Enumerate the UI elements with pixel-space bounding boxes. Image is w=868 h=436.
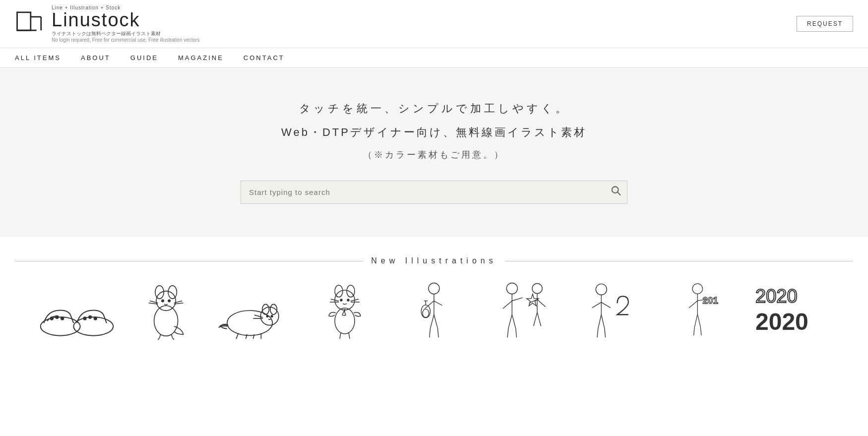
svg-point-74 (596, 284, 607, 295)
svg-line-79 (601, 314, 604, 328)
svg-rect-0 (17, 12, 31, 30)
svg-line-76 (592, 302, 601, 308)
svg-text:2020: 2020 (755, 286, 798, 307)
svg-point-37 (335, 290, 355, 310)
illustration-person-2020: 201 (681, 280, 723, 340)
svg-point-41 (347, 299, 349, 301)
svg-point-38 (335, 285, 343, 297)
svg-point-16 (155, 286, 164, 299)
search-bar-wrap (241, 181, 627, 204)
illustration-item-person-2020[interactable]: 201 (662, 280, 742, 340)
hero-section: タッチを統一、シンプルで加工しやすく。 Web・DTPデザイナー向け、無料線画イ… (0, 68, 868, 237)
logo-icon (15, 11, 45, 36)
illustration-rat (216, 295, 295, 340)
svg-point-40 (340, 299, 342, 301)
svg-line-80 (597, 328, 598, 337)
search-input[interactable] (241, 181, 627, 204)
section-divider: New Illustrations (15, 256, 853, 265)
nav-about[interactable]: ABOUT (81, 54, 111, 62)
svg-text:2020: 2020 (755, 309, 808, 335)
logo-area[interactable]: Line + Illustration + Stock Linustock ライ… (15, 5, 199, 43)
illustration-2020-bold: 2020 2020 (751, 280, 831, 340)
illustration-item-mouse-standing[interactable] (126, 280, 206, 340)
svg-line-89 (700, 327, 701, 335)
divider-line-left (15, 261, 363, 261)
main-nav: ALL ITEMS ABOUT GUIDE MAGAZINE CONTACT (0, 48, 868, 68)
svg-point-82 (692, 284, 703, 294)
svg-line-67 (515, 328, 516, 337)
illustration-person-guitar (416, 280, 452, 340)
svg-line-66 (507, 328, 508, 337)
svg-line-70 (537, 300, 546, 307)
illustration-slippers (37, 287, 117, 340)
new-illustrations-section: New Illustrations (0, 256, 868, 360)
nav-all-items[interactable]: ALL ITEMS (15, 54, 61, 62)
svg-point-10 (73, 317, 113, 336)
svg-line-87 (697, 314, 700, 327)
svg-point-6 (41, 317, 80, 336)
logo-text: Line + Illustration + Stock Linustock ライ… (52, 5, 199, 43)
illustration-item-mouse-hips[interactable] (305, 280, 384, 340)
svg-line-54 (430, 328, 431, 337)
site-header: Line + Illustration + Stock Linustock ライ… (0, 0, 868, 48)
svg-line-72 (533, 312, 537, 326)
svg-line-43 (349, 332, 350, 339)
svg-line-63 (512, 298, 522, 301)
hero-text-1: タッチを統一、シンプルで加工しやすく。 (299, 101, 569, 116)
divider-line-right (505, 261, 853, 261)
illustration-item-2020-bold[interactable]: 2020 2020 (751, 280, 831, 340)
svg-point-28 (266, 315, 268, 316)
svg-point-19 (168, 300, 170, 302)
request-button[interactable]: REQUEST (797, 16, 853, 32)
illustration-item-people-star[interactable] (484, 280, 563, 340)
svg-line-86 (694, 314, 697, 327)
svg-point-13 (94, 317, 97, 320)
svg-point-57 (423, 309, 429, 317)
svg-point-12 (89, 316, 91, 318)
svg-point-29 (271, 315, 272, 316)
svg-line-84 (689, 301, 697, 308)
nav-magazine[interactable]: MAGAZINE (178, 54, 224, 62)
svg-point-11 (83, 317, 86, 320)
svg-line-42 (340, 332, 341, 339)
svg-point-68 (532, 283, 542, 293)
svg-point-7 (51, 317, 53, 320)
illustration-item-slippers[interactable] (37, 280, 117, 340)
svg-point-4 (612, 187, 619, 193)
nav-guide[interactable]: GUIDE (130, 54, 158, 62)
nav-contact[interactable]: CONTACT (244, 54, 285, 62)
svg-line-30 (254, 315, 263, 317)
illustration-item-rat[interactable] (216, 280, 295, 340)
illustration-mouse-standing (144, 280, 187, 340)
illustration-people-star (496, 280, 551, 340)
hero-text-2: Web・DTPデザイナー向け、無料線画イラスト素材 (281, 125, 587, 140)
svg-point-9 (61, 317, 63, 320)
svg-line-55 (437, 328, 438, 337)
svg-line-52 (431, 314, 434, 328)
svg-line-88 (694, 327, 695, 335)
svg-line-5 (618, 192, 620, 195)
search-icon (611, 186, 621, 196)
illustration-item-monkey-2[interactable] (573, 280, 652, 340)
svg-line-78 (598, 314, 601, 328)
svg-point-25 (260, 307, 279, 325)
illustration-mouse-hips (325, 280, 365, 340)
svg-point-39 (347, 285, 355, 297)
svg-line-51 (434, 301, 442, 306)
svg-text:201: 201 (703, 295, 718, 306)
search-button[interactable] (611, 186, 621, 199)
svg-line-65 (512, 314, 515, 328)
svg-line-81 (604, 328, 605, 337)
illustrations-row: 201 2020 2020 (0, 275, 868, 360)
svg-point-8 (56, 316, 58, 318)
svg-line-32 (236, 333, 239, 338)
svg-line-73 (537, 312, 541, 326)
svg-point-18 (162, 300, 164, 302)
illustration-item-person-guitar[interactable] (394, 280, 474, 340)
hero-text-3: （※カラー素材もご用意。） (363, 149, 505, 161)
svg-point-48 (429, 283, 439, 294)
svg-line-53 (434, 314, 437, 328)
svg-point-17 (168, 286, 177, 299)
svg-line-77 (601, 302, 610, 308)
svg-line-64 (508, 314, 512, 328)
